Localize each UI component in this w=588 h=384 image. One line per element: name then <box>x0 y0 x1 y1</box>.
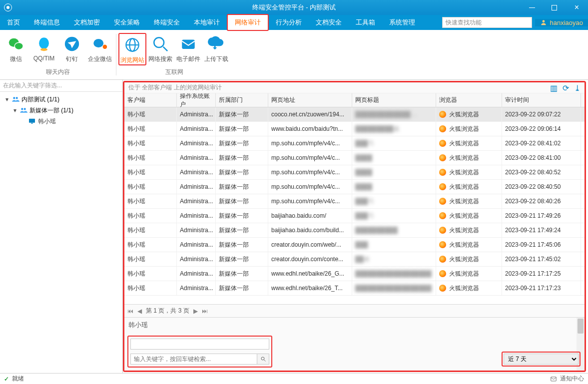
user-menu[interactable]: hanxiaoyao <box>535 19 588 26</box>
col-client[interactable]: 客户端 <box>124 93 177 107</box>
firefox-icon <box>439 227 446 234</box>
svg-point-0 <box>542 20 545 22</box>
keyword-search-input[interactable] <box>130 354 257 365</box>
ribbon: 微信QQ/TIM钉钉企业微信聊天内容浏览网站网络搜索电子邮件上传下载互联网 <box>0 30 588 80</box>
menu-8[interactable]: 文档安全 <box>309 15 349 30</box>
svg-point-7 <box>103 44 107 49</box>
ribbon-search-net[interactable]: 网络搜索 <box>146 33 174 65</box>
cell-account: Administra... <box>177 194 216 208</box>
menu-9[interactable]: 工具箱 <box>349 15 382 30</box>
globe-icon <box>123 36 141 54</box>
menu-1[interactable]: 终端信息 <box>27 15 67 30</box>
firefox-icon <box>439 154 446 161</box>
cell-url: www.baidu.com/baidu?tn... <box>268 122 352 136</box>
menu-6[interactable]: 网络审计 <box>227 14 269 31</box>
table-row[interactable]: 韩小瑶Administra...新媒体一部www.edhl.net/baike/… <box>124 281 585 296</box>
firefox-icon <box>439 285 446 292</box>
svg-point-15 <box>16 97 18 99</box>
cell-account: Administra... <box>177 136 216 150</box>
page-next-icon[interactable]: ▶ <box>193 308 198 315</box>
svg-rect-19 <box>31 123 33 123</box>
ribbon-mail[interactable]: 电子邮件 <box>174 33 202 65</box>
columns-icon[interactable]: ▥ <box>550 83 558 93</box>
tree-filter-input[interactable]: 在此输入关键字筛选... <box>0 80 122 92</box>
qq-icon <box>35 35 53 53</box>
page-first-icon[interactable]: ⏮ <box>127 308 133 315</box>
cell-title: █████████案 <box>352 122 436 136</box>
cell-browser: 火狐浏览器 <box>436 122 502 136</box>
main-panel: 位于 全部客户端 上的浏览网站审计 ▥ ⟳ ⤓ 客户端 操作系统账户 所属部门 … <box>123 81 586 372</box>
table-row[interactable]: 韩小瑶Administra...新媒体一部mp.sohu.com/mpfe/v4… <box>124 136 585 151</box>
ribbon-wechat[interactable]: 微信 <box>2 33 30 63</box>
col-time[interactable]: 审计时间 <box>502 93 581 107</box>
firefox-icon <box>439 169 446 176</box>
ribbon-globe[interactable]: 浏览网站 <box>118 33 146 65</box>
menu-2[interactable]: 文档加密 <box>67 15 107 30</box>
cell-url: mp.sohu.com/mpfe/v4/c... <box>268 136 352 150</box>
table-row[interactable]: 韩小瑶Administra...新媒体一部www.baidu.com/baidu… <box>124 122 585 136</box>
breadcrumb: 位于 全部客户端 上的浏览网站审计 <box>124 82 585 93</box>
menu-3[interactable]: 安全策略 <box>107 15 147 30</box>
user-name: hanxiaoyao <box>550 19 584 26</box>
notification-center[interactable]: 通知中心 <box>560 375 584 383</box>
ribbon-wecom[interactable]: 企业微信 <box>86 33 114 63</box>
updown-icon <box>207 35 225 53</box>
tree-root[interactable]: ▾ 内部测试 (1/1) <box>0 94 122 105</box>
cell-time: 2023-09-21 17:45:06 <box>502 238 581 252</box>
cell-url: www.edhl.net/baike/26_T... <box>268 281 352 295</box>
quick-search-input[interactable]: 快速查找功能 <box>442 17 532 28</box>
col-browser[interactable]: 浏览器 <box>436 93 502 107</box>
cell-client: 韩小瑶 <box>124 165 177 179</box>
cell-title: ███号 <box>352 209 436 223</box>
table-row[interactable]: 韩小瑶Administra...新媒体一部mp.sohu.com/mpfe/v4… <box>124 151 585 165</box>
tree-leaf[interactable]: 韩小瑶 <box>0 116 122 127</box>
cell-client: 韩小瑶 <box>124 122 177 136</box>
ribbon-dingtalk[interactable]: 钉钉 <box>58 33 86 63</box>
cell-account: Administra... <box>177 180 216 194</box>
ribbon-updown[interactable]: 上传下载 <box>202 33 230 65</box>
tree-leaf-label: 韩小瑶 <box>38 117 56 126</box>
cell-time: 2023-09-22 09:06:14 <box>502 122 581 136</box>
menu-0[interactable]: 首页 <box>0 15 27 30</box>
chevron-down-icon[interactable]: ▾ <box>12 108 17 113</box>
col-dept[interactable]: 所属部门 <box>216 93 268 107</box>
table-row[interactable]: 韩小瑶Administra...新媒体一部cooco.net.cn/zuowen… <box>124 107 585 122</box>
table-row[interactable]: 韩小瑶Administra...新媒体一部mp.sohu.com/mpfe/v4… <box>124 194 585 209</box>
tree-child[interactable]: ▾ 新媒体一部 (1/1) <box>0 105 122 116</box>
col-url[interactable]: 网页地址 <box>268 93 352 107</box>
menu-7[interactable]: 行为分析 <box>269 15 309 30</box>
menu-4[interactable]: 终端安全 <box>147 15 187 30</box>
svg-rect-18 <box>29 119 35 123</box>
col-account[interactable]: 操作系统账户 <box>177 93 216 107</box>
ribbon-qq[interactable]: QQ/TIM <box>30 33 58 63</box>
table-row[interactable]: 韩小瑶Administra...新媒体一部baijiahao.baidu.com… <box>124 209 585 223</box>
chevron-down-icon[interactable]: ▾ <box>4 97 9 102</box>
table-row[interactable]: 韩小瑶Administra...新媒体一部www.edhl.net/baike/… <box>124 267 585 281</box>
menu-10[interactable]: 系统管理 <box>382 15 422 30</box>
maximize-button[interactable] <box>543 0 566 15</box>
status-text: 就绪 <box>12 375 24 383</box>
mail-icon <box>550 376 557 383</box>
table-row[interactable]: 韩小瑶Administra...新媒体一部mp.sohu.com/mpfe/v4… <box>124 165 585 180</box>
search-button[interactable] <box>257 354 269 365</box>
page-prev-icon[interactable]: ◀ <box>137 308 142 315</box>
period-select[interactable]: 近 7 天 <box>504 354 579 365</box>
table-row[interactable]: 韩小瑶Administra...新媒体一部creator.douyin.com/… <box>124 238 585 252</box>
menu-5[interactable]: 本地审计 <box>187 15 227 30</box>
minimize-button[interactable] <box>521 0 543 15</box>
page-last-icon[interactable]: ⏭ <box>202 308 208 315</box>
cell-account: Administra... <box>177 209 216 223</box>
export-icon[interactable]: ⤓ <box>574 83 581 93</box>
table-row[interactable]: 韩小瑶Administra...新媒体一部creator.douyin.com/… <box>124 252 585 267</box>
table-row[interactable]: 韩小瑶Administra...新媒体一部baijiahao.baidu.com… <box>124 223 585 238</box>
svg-rect-13 <box>182 40 195 49</box>
col-title[interactable]: 网页标题 <box>352 93 436 107</box>
svg-point-20 <box>261 357 264 360</box>
close-button[interactable]: × <box>566 0 588 15</box>
firefox-icon <box>439 212 446 219</box>
refresh-icon[interactable]: ⟳ <box>563 83 569 93</box>
table-row[interactable]: 韩小瑶Administra...新媒体一部mp.sohu.com/mpfe/v4… <box>124 180 585 194</box>
cell-url: baijiahao.baidu.com/ <box>268 209 352 223</box>
search-icon <box>260 356 266 362</box>
cell-dept: 新媒体一部 <box>216 107 268 121</box>
